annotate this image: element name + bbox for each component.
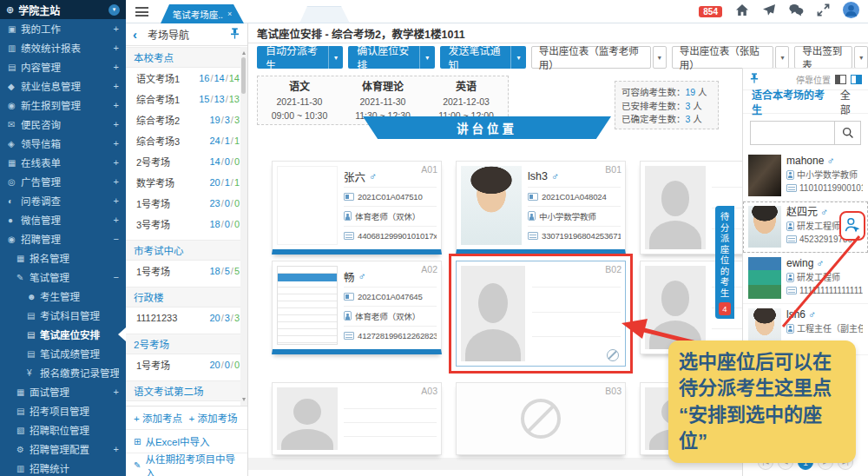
close-tab-icon[interactable]: × [227, 10, 232, 18]
sidebar-item-subject-mgmt[interactable]: ▤考试科目管理 [0, 306, 126, 325]
auto-assign-button[interactable]: 自动分派考生▾ [257, 46, 343, 69]
room-nav-footer: + 添加考点 + 添加考场 ⊞从Excel中导入 ✎从往期招考项目中导入 [126, 406, 247, 476]
sidebar-item-written-exam[interactable]: ✎笔试管理− [0, 268, 126, 287]
send-icon[interactable] [762, 3, 776, 20]
chevron-down-icon[interactable]: ▾ [653, 46, 667, 69]
pending-candidates-tab[interactable]: 待分派座位的考生 4 [715, 206, 734, 319]
room-nav-title: 考场导航 [142, 27, 224, 42]
hamburger-icon[interactable] [135, 7, 148, 17]
chat-icon[interactable] [789, 3, 804, 20]
candidate-row[interactable]: mahone♂ 中小学数学教师 110101199001017030 [743, 150, 868, 202]
sidebar-item-recruit[interactable]: ◉招聘管理− [0, 229, 126, 248]
export-signin-button[interactable]: 导出签到表▾ [794, 46, 868, 69]
export-invigilator-button[interactable]: 导出座位表（监考老师用）▾ [531, 46, 667, 69]
room-item[interactable]: 综合考场1151313 [126, 89, 247, 109]
sidebar-item-payment-record[interactable]: ¥报名缴费记录管理 [0, 363, 126, 382]
import-previous-project-button[interactable]: ✎从往期招考项目中导入 [126, 453, 247, 476]
seat-A01[interactable]: 张六♂ 2021C01A047510 体育老师（双休） 440681299901… [272, 161, 442, 255]
empty-avatar [461, 266, 525, 361]
export-post-button[interactable]: 导出座位表（张贴用）▾ [672, 46, 790, 69]
assign-to-seat-button[interactable] [839, 211, 865, 241]
nav-scrollbar[interactable] [240, 47, 247, 406]
tab-all-candidates[interactable]: 全部 [840, 87, 859, 116]
confirm-seat-button[interactable]: 确认座位安排▾ [348, 46, 434, 69]
sidebar-item-content[interactable]: ▤内容管理+ [0, 57, 126, 76]
chevron-down-icon[interactable]: ▾ [510, 46, 525, 69]
sidebar-item-signup-mgmt[interactable]: ▦报名管理 [0, 248, 126, 268]
seat-number: A01 [421, 164, 437, 175]
sidebar-item-interview[interactable]: ▦面试管理+ [0, 382, 126, 401]
sidebar-item-freshman[interactable]: ◉新生报到管理+ [0, 96, 126, 115]
male-icon: ♂ [816, 257, 824, 271]
idcard-icon [528, 232, 538, 240]
chevron-down-icon[interactable]: ▾ [854, 46, 868, 69]
room-item[interactable]: 语文考场1161414 [126, 68, 247, 89]
sidebar-item-leader-mailbox[interactable]: ◈领导信箱+ [0, 134, 126, 153]
sidebar-collapse-button[interactable]: ▾ [108, 4, 120, 16]
sidebar-item-recruit-stats[interactable]: ▥招聘统计 [0, 459, 126, 476]
home-icon[interactable] [735, 3, 749, 20]
sidebar-item-recruit-config[interactable]: ⚙招聘管理配置+ [0, 440, 126, 459]
dock-left-icon[interactable] [835, 75, 846, 84]
sidebar-item-survey[interactable]: ◐问卷调查+ [0, 191, 126, 210]
room-item[interactable]: 111212332033 [126, 307, 247, 328]
user-avatar[interactable] [843, 2, 859, 22]
room-item[interactable]: 数学考场2011 [126, 172, 247, 193]
room-item[interactable]: 3号考场1800 [126, 214, 247, 235]
sidebar-item-examinee-mgmt[interactable]: ☻考生管理 [0, 287, 126, 306]
room-item[interactable]: 2号考场1400 [126, 151, 247, 172]
candidate-row-highlighted[interactable]: 赵四元♂ 研发工程师 452329197809111 [743, 202, 868, 253]
search-button[interactable] [835, 121, 861, 145]
sidebar-item-employment[interactable]: ◆就业信息管理+ [0, 76, 126, 96]
chevron-down-icon[interactable]: ▾ [775, 46, 789, 69]
disable-seat-icon[interactable] [607, 349, 619, 361]
seat-B01[interactable]: lsh3♂ 2021C01A048024 中小学数学教师 33071919680… [456, 161, 626, 255]
collapse-nav-icon[interactable]: ‹ [133, 27, 137, 42]
fullscreen-icon[interactable] [817, 3, 830, 20]
sidebar-item-online-form[interactable]: ▦在线表单+ [0, 153, 126, 172]
chevron-down-icon[interactable]: ▾ [328, 46, 343, 69]
room-item[interactable]: 1号考场1855 [126, 261, 247, 281]
pin-icon[interactable] [749, 71, 760, 87]
sidebar-item-score-mgmt[interactable]: ▤笔试成绩管理 [0, 344, 126, 363]
send-notice-button[interactable]: 发送笔试通知▾ [440, 46, 526, 69]
seat-A02[interactable]: 畅♂ 2021C01A047645 体育老师（双休） 4127281996122… [272, 261, 442, 354]
dock-right-icon[interactable] [851, 75, 862, 84]
tab-fit-candidates[interactable]: 适合本考场的考生 [752, 87, 829, 116]
sidebar-item-position-mgmt[interactable]: ▧招聘职位管理 [0, 420, 126, 440]
job-icon [786, 221, 794, 231]
tab-written-exam-room[interactable]: 笔试考场座.. × [161, 4, 244, 23]
idcard-icon [344, 232, 354, 240]
import-excel-button[interactable]: ⊞从Excel中导入 [126, 430, 247, 453]
sidebar-item-performance-report[interactable]: ▥绩效统计报表+ [0, 38, 126, 57]
search-input[interactable] [750, 121, 835, 145]
brand-title: 学院主站 [18, 3, 60, 17]
add-site-button[interactable]: + 添加考点 [134, 411, 185, 425]
seat-A03[interactable]: A03 [272, 382, 442, 455]
room-item[interactable]: 1号考场2300 [126, 193, 247, 214]
sidebar-item-seat-arrangement[interactable]: ▤笔试座位安排 [0, 325, 126, 344]
room-item[interactable]: 综合考场32411 [126, 130, 247, 151]
sidebar-item-project-mgmt[interactable]: ▤招考项目管理 [0, 401, 126, 420]
sidebar-item-ads[interactable]: ◎广告管理+ [0, 172, 126, 191]
arranged-line: 已安排考生数：3 人 [621, 100, 712, 114]
seat-B03-disabled[interactable]: B03 [456, 382, 626, 455]
job-icon [344, 211, 352, 221]
seat-number: A02 [421, 264, 437, 274]
candidate-row[interactable]: ewing♂ 研发工程师 111111111111111111 [743, 253, 868, 304]
sidebar-item-consult[interactable]: ✉便民咨询+ [0, 115, 126, 134]
ticket-icon [344, 193, 354, 201]
ticket-no: 2021C01A047645 [358, 292, 423, 301]
room-item[interactable]: 1号考场2000 [126, 354, 247, 375]
sidebar-item-my-work[interactable]: ▣我的工作+ [0, 19, 126, 38]
candidate-name: 赵四元 [786, 206, 818, 220]
chevron-down-icon[interactable]: ▾ [419, 46, 434, 69]
sidebar-header: ⊕ 学院主站 ▾ [0, 0, 126, 19]
sidebar-item-wechat[interactable]: ●微信管理+ [0, 210, 126, 229]
add-room-button[interactable]: + 添加考场 [189, 411, 240, 425]
notification-badge[interactable]: 854 [699, 6, 722, 17]
document-icon: ▤ [27, 330, 40, 340]
pin-icon[interactable] [229, 27, 240, 43]
room-item-current[interactable]: 综合考场21933 [126, 109, 247, 130]
seat-B02-selected[interactable]: B02 [449, 254, 633, 374]
